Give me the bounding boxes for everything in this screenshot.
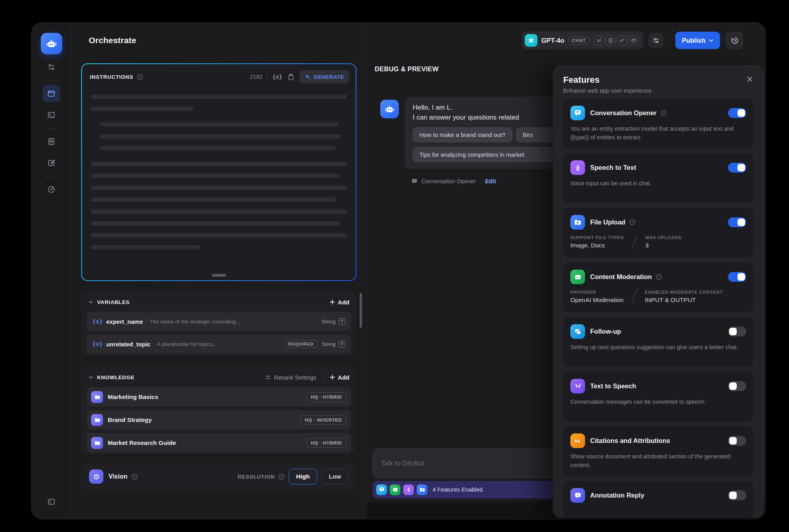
speech-to-text-icon bbox=[403, 484, 414, 495]
features-panel: Features Enhance web app user experience… bbox=[553, 65, 764, 517]
variable-type: String bbox=[322, 319, 335, 325]
sidebar-item-orchestrate[interactable] bbox=[43, 85, 60, 102]
meta-label: MAX UPLOADS bbox=[645, 235, 682, 240]
feature-card-text-to-speech: T Text to Speech Conversation messages c… bbox=[563, 372, 753, 422]
variable-name: expert_name bbox=[106, 318, 143, 325]
sidebar-item-annotations[interactable] bbox=[43, 154, 60, 171]
folder-icon bbox=[91, 391, 103, 403]
sidebar-divider bbox=[43, 176, 60, 177]
feature-toggle[interactable] bbox=[728, 272, 746, 282]
content-moderation-icon bbox=[570, 270, 585, 284]
sidebar-item-settings[interactable] bbox=[43, 58, 60, 76]
variable-desc: A placeholder for topics... bbox=[154, 341, 217, 347]
divider bbox=[323, 374, 323, 380]
meta-value: Image, Docs bbox=[570, 242, 624, 249]
suggestion-chip[interactable]: How to make a brand stand out? bbox=[413, 127, 512, 142]
feature-toggle[interactable] bbox=[728, 108, 746, 118]
sidebar-item-api[interactable] bbox=[43, 106, 60, 124]
knowledge-name: Market Research Guide bbox=[108, 439, 176, 446]
knowledge-badge: HQ · INVERTED bbox=[300, 415, 347, 425]
feature-card-file-upload: File Upload ? SUPPORT FILE TYPES Image, … bbox=[563, 208, 753, 258]
meta-label: ENABLED MODERATE CONTENT bbox=[645, 290, 723, 294]
rerank-settings-button[interactable]: Rerank Settings bbox=[265, 374, 316, 381]
feature-title: Speech to Text bbox=[590, 164, 636, 171]
feature-card-conversation-opener: Conversation Opener ? You are an entity … bbox=[563, 99, 753, 148]
feature-title: Citations and Attributions bbox=[590, 437, 670, 445]
chevron-down-icon[interactable] bbox=[88, 375, 93, 380]
feature-title: Text to Speech bbox=[590, 382, 636, 390]
chat-bubble-icon bbox=[411, 178, 418, 184]
scrollbar-thumb[interactable] bbox=[360, 293, 362, 328]
follow-up-icon bbox=[570, 324, 585, 339]
char-count: 2182 bbox=[250, 74, 262, 80]
feature-card-content-moderation: Content Moderation ? PROVIDER OpenAI Mod… bbox=[563, 262, 753, 312]
feature-toggle[interactable] bbox=[728, 217, 746, 227]
add-variable-button[interactable]: Add bbox=[330, 299, 349, 306]
sidebar-item-monitoring[interactable] bbox=[43, 180, 60, 198]
generate-button[interactable]: GENERATE bbox=[299, 70, 349, 84]
help-icon: ? bbox=[278, 473, 285, 480]
feature-toggle[interactable] bbox=[728, 436, 746, 446]
text-type-icon: T bbox=[339, 318, 345, 325]
feature-title: Annotation Reply bbox=[590, 492, 644, 499]
variables-section: VARIABLES Add {x} expert_name The name o… bbox=[81, 291, 356, 356]
required-badge: REQUIRED bbox=[284, 340, 317, 348]
edit-opener-link[interactable]: Edit bbox=[485, 178, 496, 184]
divider bbox=[267, 74, 267, 80]
knowledge-item[interactable]: Marketing Basics HQ · HYBRID bbox=[87, 387, 351, 407]
app-robot-icon[interactable] bbox=[41, 33, 62, 54]
sidebar bbox=[32, 23, 71, 519]
variable-insert-icon[interactable]: {x} bbox=[272, 74, 282, 80]
conversation-opener-icon bbox=[570, 106, 585, 120]
folder-icon bbox=[91, 437, 103, 449]
sidebar-divider bbox=[43, 80, 60, 81]
folder-icon bbox=[91, 414, 103, 426]
features-subtitle: Enhance web app user experience bbox=[563, 87, 753, 94]
feature-toggle[interactable] bbox=[728, 327, 746, 336]
close-icon[interactable] bbox=[746, 76, 753, 83]
clipboard-icon[interactable] bbox=[287, 73, 295, 81]
feature-toggle[interactable] bbox=[728, 490, 746, 500]
variable-icon: {x} bbox=[92, 341, 103, 347]
feature-title: Conversation Opener bbox=[590, 109, 657, 117]
app-window: Orchestrate GPT-4o CHAT bbox=[32, 23, 765, 519]
chevron-down-icon[interactable] bbox=[88, 300, 93, 305]
collapse-panel-icon[interactable] bbox=[43, 493, 60, 510]
knowledge-item[interactable]: Brand Strategy HQ · INVERTED bbox=[87, 410, 351, 429]
citations-icon bbox=[570, 433, 585, 448]
feature-desc: Setting up next questions suggestion can… bbox=[570, 343, 746, 352]
instructions-title: INSTRUCTIONS bbox=[90, 74, 133, 80]
svg-text:?: ? bbox=[658, 275, 660, 279]
knowledge-badge: HQ · HYBRID bbox=[306, 392, 347, 402]
resolution-high-button[interactable]: High bbox=[289, 469, 317, 484]
resize-handle[interactable] bbox=[212, 274, 226, 277]
svg-text:?: ? bbox=[280, 475, 282, 479]
resolution-low-button[interactable]: Low bbox=[321, 469, 349, 484]
content-moderation-icon bbox=[390, 484, 400, 495]
vision-title: Vision bbox=[109, 473, 128, 480]
svg-text:?: ? bbox=[139, 75, 141, 79]
variable-row[interactable]: {x} unrelated_topic A placeholder for to… bbox=[87, 334, 351, 353]
add-knowledge-button[interactable]: Add bbox=[330, 374, 349, 381]
variable-row[interactable]: {x} expert_name The name of the strategi… bbox=[87, 312, 351, 331]
generate-label: GENERATE bbox=[314, 74, 344, 80]
meta-label: PROVIDER bbox=[570, 290, 623, 294]
svg-text:T: T bbox=[575, 384, 578, 388]
instructions-content-skeleton[interactable] bbox=[82, 87, 356, 249]
help-icon: ? bbox=[137, 74, 143, 80]
sidebar-item-logs[interactable] bbox=[43, 133, 60, 150]
variables-title: VARIABLES bbox=[97, 299, 130, 305]
variable-type: String bbox=[322, 341, 335, 347]
feature-desc: Show source document and attributed sect… bbox=[570, 452, 746, 470]
text-type-icon: T bbox=[339, 341, 345, 348]
knowledge-item[interactable]: Market Research Guide HQ · HYBRID bbox=[87, 433, 351, 452]
conversation-opener-icon bbox=[376, 484, 387, 495]
feature-card-annotation-reply: Annotation Reply bbox=[563, 481, 753, 517]
features-enabled-label: 4 Features Enabled bbox=[433, 486, 483, 493]
feature-toggle[interactable] bbox=[728, 163, 746, 173]
slash-divider bbox=[631, 289, 637, 304]
vision-icon bbox=[89, 469, 103, 484]
feature-toggle[interactable] bbox=[728, 381, 746, 391]
feature-desc: Voice input can be used in chat. bbox=[570, 179, 746, 188]
vision-section: Vision ? RESOLUTION ? High Low bbox=[81, 463, 356, 490]
